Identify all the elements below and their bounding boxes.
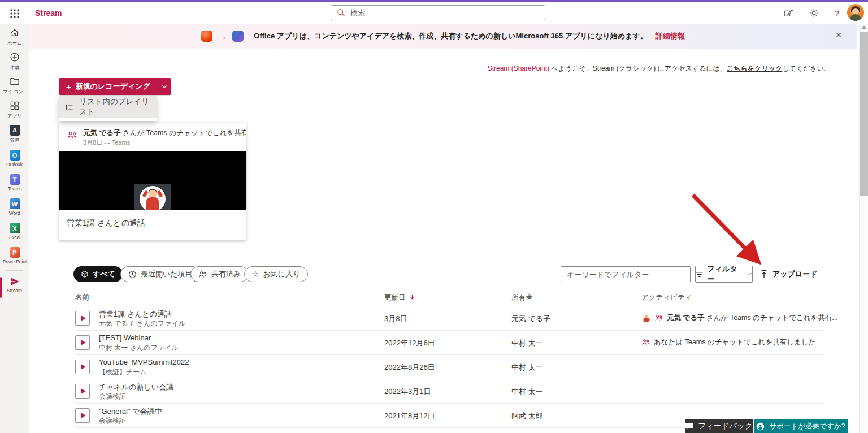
play-button[interactable]: [75, 384, 90, 399]
new-recording-button[interactable]: + 新規のレコーディング: [59, 78, 158, 95]
avatar-body: [850, 14, 861, 21]
page-title[interactable]: Stream: [35, 8, 62, 18]
menu-item-playlist[interactable]: リスト内のプレイリスト: [59, 96, 157, 118]
row-owner: 中村 太一: [511, 362, 543, 373]
video-thumbnail[interactable]: [59, 151, 246, 210]
settings-gear-icon[interactable]: [807, 6, 821, 20]
card-video-title[interactable]: 営業1課 さんとの通話: [59, 210, 246, 237]
row-subtitle: 会議検証: [99, 416, 126, 426]
row-title[interactable]: チャネルの新しい会議: [99, 382, 173, 392]
admin-app-icon: A: [10, 125, 20, 136]
scrollbar-thumb[interactable]: [860, 32, 868, 196]
excel-app-icon: X: [10, 223, 20, 233]
microsoft365-logo-icon: [232, 31, 244, 42]
office-migration-banner: → Office アプリは、コンテンツやアイデアを検索、作成、共有するための新し…: [29, 24, 857, 49]
classic-stream-link[interactable]: こちらをクリック: [727, 64, 782, 72]
banner-close-icon[interactable]: ✕: [835, 31, 842, 40]
sidebar-item-apps[interactable]: アプリ: [0, 98, 29, 122]
sidebar-item-my-content[interactable]: マイ コン...: [0, 73, 29, 98]
send-feedback-icon[interactable]: [782, 6, 795, 20]
chevron-down-icon: [747, 272, 752, 276]
row-activity: あなたは Teams のチャットでこれを共有しました: [641, 337, 815, 347]
shared-video-card[interactable]: 元気 でる子 さんが Teams のチャットでこれを共有し... 3月8日 - …: [59, 123, 246, 240]
sidebar-item-create[interactable]: 作成: [0, 49, 29, 73]
row-date: 3月8日: [384, 314, 407, 324]
play-button[interactable]: [75, 311, 90, 326]
keyword-filter-input[interactable]: [561, 266, 691, 282]
playlist-icon: [66, 103, 73, 111]
welcome-message: Stream (SharePoint) へようこそ。Stream (クラシック)…: [29, 64, 831, 73]
feedback-button[interactable]: フィードバック: [685, 419, 753, 433]
row-subtitle: 中村 太一 さんのファイル: [99, 343, 179, 353]
scrollbar-up-arrow[interactable]: [862, 25, 866, 29]
row-owner: 中村 太一: [511, 338, 543, 348]
table-row[interactable]: [TEST] Webinar 中村 太一 さんのファイル 2022年12月6日 …: [75, 331, 824, 355]
row-title[interactable]: "General" で会議中: [99, 406, 162, 417]
row-date: 2022年8月26日: [384, 362, 435, 373]
stream-app-icon: [9, 276, 20, 287]
support-person-icon: [756, 422, 765, 431]
row-owner: 元気 でる子: [511, 314, 550, 324]
cheering-person-avatar: [140, 186, 166, 212]
sidebar-item-outlook[interactable]: O Outlook: [0, 146, 29, 171]
sort-desc-icon: [410, 294, 415, 300]
sidebar-item-excel[interactable]: X Excel: [0, 219, 29, 244]
sidebar-item-stream[interactable]: Stream: [0, 272, 29, 297]
sidebar-item-admin[interactable]: A 管理: [0, 122, 29, 146]
vertical-scrollbar[interactable]: [859, 24, 868, 433]
word-app-icon: W: [10, 198, 20, 209]
column-name[interactable]: 名前: [75, 293, 89, 302]
shared-people-icon: [641, 338, 650, 347]
top-bar: Stream ?: [0, 2, 868, 24]
row-title[interactable]: 営業1課 さんとの通話: [99, 309, 172, 319]
filter-pill-all[interactable]: すべて: [73, 266, 123, 282]
filter-dropdown-button[interactable]: フィルター: [695, 266, 753, 283]
row-subtitle: 会議検証: [99, 392, 126, 401]
table-header: 名前 更新日 所有者 アクティビティ: [75, 291, 824, 306]
sidebar-item-word[interactable]: W Word: [0, 195, 29, 219]
support-button[interactable]: サポートが必要ですか?: [754, 419, 848, 433]
card-header: 元気 でる子 さんが Teams のチャットでこれを共有し... 3月8日 - …: [59, 123, 246, 151]
account-avatar[interactable]: [847, 4, 864, 21]
new-recording-split-button: + 新規のレコーディング: [59, 78, 171, 95]
arrow-right-icon: →: [218, 32, 227, 41]
shared-people-icon: [654, 314, 663, 322]
column-owner[interactable]: 所有者: [511, 293, 533, 302]
new-recording-dropdown-button[interactable]: [158, 78, 171, 95]
search-input[interactable]: [350, 8, 539, 17]
thumbnail-tile: [134, 184, 171, 210]
sidebar-divider: [6, 270, 23, 271]
row-title[interactable]: [TEST] Webinar: [99, 334, 151, 342]
table-row[interactable]: チャネルの新しい会議 会議検証 2022年3月1日 中村 太一: [75, 379, 824, 404]
play-button[interactable]: [75, 335, 90, 350]
sidebar-item-powerpoint[interactable]: P PowerPoint: [0, 244, 29, 268]
row-title[interactable]: YouTube_MVPSummit2022: [99, 358, 189, 366]
plus-circle-icon: [9, 51, 20, 63]
filter-pill-favorites[interactable]: ☆ お気に入り: [244, 266, 308, 282]
sidebar-item-home[interactable]: ホーム: [0, 25, 29, 49]
play-button[interactable]: [75, 408, 90, 423]
row-owner: 中村 太一: [511, 387, 543, 397]
app-launcher-waffle-icon[interactable]: [8, 7, 21, 20]
outlook-app-icon: O: [10, 150, 20, 161]
play-icon: [81, 340, 86, 345]
play-button[interactable]: [75, 360, 90, 374]
plus-icon: +: [66, 82, 71, 92]
table-row[interactable]: YouTube_MVPSummit2022 【検証】チーム 2022年8月26日…: [75, 355, 824, 379]
upload-button[interactable]: アップロード: [760, 266, 818, 283]
column-updated[interactable]: 更新日: [384, 293, 415, 302]
people-icon: [198, 270, 207, 279]
global-search[interactable]: [331, 5, 545, 20]
row-date: 2022年3月1日: [384, 387, 431, 397]
column-activity[interactable]: アクティビティ: [641, 293, 692, 302]
sidebar-item-teams[interactable]: T Teams: [0, 171, 29, 195]
filter-pill-shared[interactable]: 共有済み: [190, 266, 249, 282]
table-row[interactable]: 営業1課 さんとの通話 元気 でる子 さんのファイル 3月8日 元気 でる子 元…: [75, 306, 824, 331]
filter-pill-recent[interactable]: 最近開いた項目: [120, 266, 201, 282]
banner-learn-more-link[interactable]: 詳細情報: [656, 31, 685, 41]
chat-bubble-icon: [685, 423, 693, 430]
help-icon[interactable]: ?: [830, 6, 844, 20]
powerpoint-app-icon: P: [10, 247, 20, 258]
play-icon: [81, 364, 86, 370]
clock-icon: [128, 270, 137, 279]
